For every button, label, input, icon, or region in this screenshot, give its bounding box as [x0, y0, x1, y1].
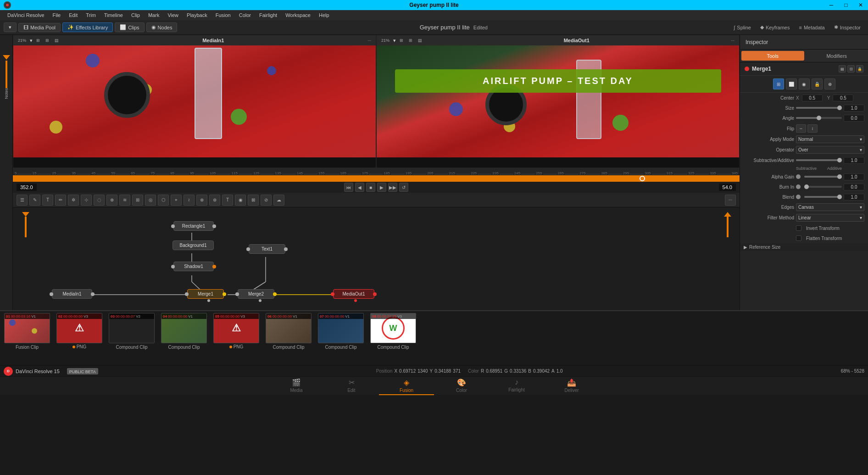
fusion-tool-13[interactable]: ≀ [184, 195, 195, 206]
flip-v-button[interactable]: ↕ [807, 124, 818, 133]
node-text1[interactable]: Text1 [249, 244, 285, 254]
node-mediain1[interactable]: MediaIn1 [52, 289, 92, 299]
node-merge2[interactable]: Merge2 [238, 289, 274, 299]
media-item-06[interactable]: 06 00:00:00:00 V1 Compound Clip [263, 313, 314, 363]
fusion-tool-particle[interactable]: ✲ [68, 195, 79, 206]
media-item-05[interactable]: ⚠ 05 00:00:00:00 V3 PNG [211, 313, 262, 363]
back-button[interactable]: ▾ [4, 22, 17, 32]
inspector-apply-mode-dropdown[interactable]: Normal ▾ [796, 135, 864, 143]
inspector-flatten-checkbox[interactable] [796, 235, 801, 241]
left-ctrl-more[interactable]: ··· [366, 38, 373, 43]
inspector-sub-add-value[interactable]: 1.0 [844, 157, 864, 164]
menu-item-fusion[interactable]: Fusion [212, 11, 234, 19]
media-item-07[interactable]: 07 00:00:00:00 V1 Compound Clip [316, 313, 366, 363]
metadata-button[interactable]: ≡ Metadata [795, 23, 828, 32]
fusion-tool-15[interactable]: ⊛ [209, 195, 220, 206]
inspector-blend-value[interactable]: 1.0 [844, 194, 864, 201]
minimize-button[interactable]: ─ [824, 0, 839, 10]
menu-item-mark[interactable]: Mark [145, 11, 163, 19]
bottom-tab-deliver[interactable]: 📤 Deliver [544, 377, 599, 395]
fusion-tool-11[interactable]: ⬡ [158, 195, 169, 206]
menu-item-fairlight[interactable]: Fairlight [256, 11, 281, 19]
inspector-sub-add-slider[interactable] [796, 159, 842, 161]
flip-h-button[interactable]: ↔ [796, 124, 806, 133]
inspector-filter-dropdown[interactable]: Linear ▾ [796, 214, 864, 222]
media-item-01[interactable]: 01 00:00:03:16 V1 Fusion Clip [2, 313, 52, 363]
inspector-tab-modifiers[interactable]: Modifiers [806, 50, 868, 62]
node-icon-2[interactable]: ⊡ [847, 65, 855, 73]
menu-item-workspace[interactable]: Workspace [282, 11, 314, 19]
skip-start-button[interactable]: ⏮ [344, 183, 353, 192]
menu-item-color[interactable]: Color [235, 11, 255, 19]
inspector-icon-settings[interactable]: ⬜ [786, 78, 797, 89]
inspector-center-y-value[interactable]: 0.5 [833, 95, 853, 101]
fusion-tool-14[interactable]: ⊗ [196, 195, 207, 206]
fusion-tool-19[interactable]: ⊘ [261, 195, 272, 206]
menu-item-playback[interactable]: Playback [183, 11, 211, 19]
menu-item-file[interactable]: File [49, 11, 65, 19]
menu-item-edit[interactable]: Edit [65, 11, 81, 19]
fusion-tool-10[interactable]: ◎ [145, 195, 156, 206]
left-ctrl-3[interactable]: ⊞ [44, 38, 51, 43]
play-button[interactable]: ▶ [377, 183, 386, 192]
fusion-tool-8[interactable]: ≋ [119, 195, 130, 206]
nodes-button[interactable]: ◉ Nodes [146, 22, 178, 32]
menu-item-view[interactable]: View [164, 11, 182, 19]
right-fit-btn[interactable]: ⊞ [398, 38, 405, 43]
loop-button[interactable]: ↺ [399, 183, 408, 192]
fusion-tool-2[interactable]: ✎ [29, 195, 40, 206]
fusion-tool-6[interactable]: ◌ [94, 195, 105, 206]
node-merge1[interactable]: Merge1 [187, 289, 224, 299]
node-icon-3[interactable]: 🔒 [856, 65, 863, 73]
notes-arrow-down[interactable] [3, 55, 10, 88]
fusion-tool-paint[interactable]: ✏ [55, 195, 66, 206]
media-item-03[interactable]: 03 00:00:00:07 V2 Compound Clip [106, 313, 157, 363]
inspector-center-x-value[interactable]: 0.5 [802, 95, 823, 101]
next-frame-button[interactable]: ▶▶ [388, 183, 397, 192]
right-ctrl-3[interactable]: ⊞ [407, 38, 414, 43]
menu-item-timeline[interactable]: Timeline [100, 11, 127, 19]
bottom-tab-fairlight[interactable]: ♪ Fairlight [489, 377, 544, 395]
menu-item-clip[interactable]: Clip [128, 11, 144, 19]
inspector-icon-lock[interactable]: 🔒 [812, 78, 823, 89]
maximize-button[interactable]: □ [839, 0, 853, 10]
spline-button[interactable]: ∫ Spline [730, 23, 755, 32]
inspector-angle-value[interactable]: 0.0 [844, 115, 864, 122]
left-zoom-level[interactable]: 21% [16, 38, 28, 43]
node-rectangle1[interactable]: Rectangle1 [173, 221, 214, 231]
media-item-02[interactable]: ⚠ 02 00:00:00:00 V3 PNG [54, 313, 105, 363]
inspector-size-slider[interactable] [796, 107, 842, 109]
bottom-tab-color[interactable]: 🎨 Color [434, 377, 489, 395]
node-icon-1[interactable]: ▤ [839, 65, 846, 73]
effects-library-button[interactable]: ✨ Effects Library [62, 22, 113, 32]
inspector-blend-slider[interactable] [804, 196, 842, 198]
fusion-tool-18[interactable]: ⊠ [248, 195, 259, 206]
inspector-invert-checkbox[interactable] [796, 225, 801, 231]
inspector-burn-in-value[interactable]: 0.0 [844, 184, 864, 190]
bottom-tab-media[interactable]: 🎬 Media [269, 377, 324, 395]
scrub-bar[interactable] [13, 175, 740, 182]
node-shadow1[interactable]: Shadow1 [173, 262, 214, 271]
left-ctrl-4[interactable]: ▤ [53, 38, 61, 43]
fusion-tool-7[interactable]: ⊕ [106, 195, 117, 206]
menu-item-davinci-resolve[interactable]: DaVinci Resolve [4, 11, 48, 19]
right-ctrl-more[interactable]: ··· [729, 38, 736, 43]
close-button[interactable]: ✕ [853, 0, 868, 10]
node-mediaout1[interactable]: MediaOut1 [333, 289, 374, 299]
fusion-tool-9[interactable]: ⊞ [132, 195, 143, 206]
inspector-icon-layers[interactable]: ⊞ [773, 78, 784, 89]
media-item-04[interactable]: 04 00:00:00:00 V1 Compound Clip [159, 313, 209, 363]
inspector-icon-mask[interactable]: ◉ [799, 78, 810, 89]
inspector-edges-dropdown[interactable]: Canvas ▾ [796, 203, 864, 211]
media-pool-button[interactable]: 🎞 Media Pool [18, 23, 61, 32]
inspector-ref-size-section[interactable]: ▶ Reference Size [740, 243, 868, 251]
inspector-tab-tools[interactable]: Tools [741, 51, 804, 61]
inspector-operator-dropdown[interactable]: Over ▾ [796, 146, 864, 154]
fusion-more-btn[interactable]: ··· [725, 195, 736, 206]
inspector-angle-slider[interactable] [796, 117, 842, 119]
left-fit-btn[interactable]: ⊞ [34, 38, 42, 43]
fusion-tool-20[interactable]: ☁ [273, 195, 284, 206]
right-ctrl-4[interactable]: ▤ [416, 38, 424, 43]
menu-item-help[interactable]: Help [315, 11, 333, 19]
inspector-button[interactable]: ✱ Inspector [830, 23, 864, 32]
